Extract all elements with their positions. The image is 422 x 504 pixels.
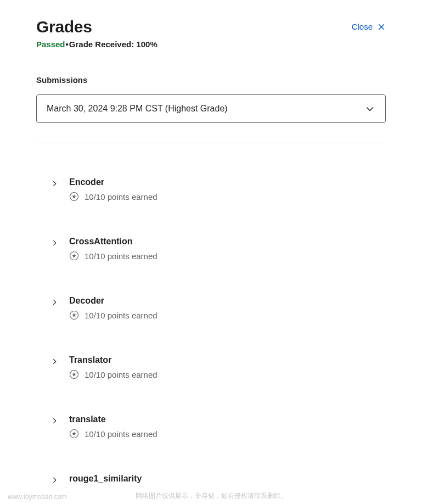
chevron-right-icon: [51, 477, 58, 484]
close-label: Close: [352, 22, 373, 31]
grade-items: Encoder 10/10 points earned CrossAttenti…: [36, 160, 386, 485]
item-title: rouge1_similarity: [69, 474, 142, 484]
grade-item-crossattention[interactable]: CrossAttention 10/10 points earned: [49, 219, 386, 278]
expand-toggle[interactable]: [49, 238, 59, 248]
watermark-left: www.toymoban.com: [8, 493, 66, 501]
submissions-label: Submissions: [36, 75, 386, 85]
expand-toggle[interactable]: [49, 356, 59, 366]
watermark-center: 网络图片仅供展示，非存储，如有侵权请联系删除。: [0, 491, 422, 501]
points-text: 10/10 points earned: [85, 370, 157, 379]
points-row: 10/10 points earned: [69, 369, 157, 379]
points-row: 10/10 points earned: [69, 251, 157, 261]
passed-label: Passed: [36, 40, 65, 49]
item-title: Encoder: [69, 177, 157, 187]
expand-toggle[interactable]: [49, 416, 59, 425]
close-icon: [377, 23, 386, 31]
star-badge-icon: [69, 192, 79, 201]
item-title: translate: [69, 415, 157, 424]
points-text: 10/10 points earned: [85, 311, 157, 320]
expand-toggle[interactable]: [49, 178, 59, 188]
item-title: Decoder: [69, 296, 157, 306]
star-badge-icon: [69, 251, 79, 261]
chevron-right-icon: [51, 239, 58, 247]
star-badge-icon: [69, 429, 79, 439]
points-row: 10/10 points earned: [69, 192, 157, 201]
chevron-right-icon: [51, 417, 58, 424]
grade-item-encoder[interactable]: Encoder 10/10 points earned: [49, 160, 386, 219]
chevron-down-icon: [364, 103, 375, 114]
grade-item-translator[interactable]: Translator 10/10 points earned: [49, 338, 386, 397]
chevron-right-icon: [51, 358, 58, 365]
close-button[interactable]: Close: [352, 22, 386, 31]
grade-item-decoder[interactable]: Decoder 10/10 points earned: [49, 278, 386, 338]
status-line: Passed•Grade Received: 100%: [36, 40, 386, 49]
star-badge-icon: [69, 369, 79, 379]
item-title: Translator: [69, 355, 157, 365]
grade-received: Grade Received: 100%: [69, 40, 157, 49]
expand-toggle[interactable]: [49, 297, 59, 307]
points-row: 10/10 points earned: [69, 310, 157, 320]
divider: [36, 143, 386, 143]
expand-toggle[interactable]: [49, 475, 59, 485]
grade-item-translate[interactable]: translate 10/10 points earned: [49, 397, 386, 456]
points-text: 10/10 points earned: [85, 429, 157, 439]
submission-selected-value: March 30, 2024 9:28 PM CST (Highest Grad…: [47, 104, 228, 114]
grade-item-rouge1[interactable]: rouge1_similarity: [49, 456, 386, 485]
submission-select[interactable]: March 30, 2024 9:28 PM CST (Highest Grad…: [36, 94, 386, 123]
points-row: 10/10 points earned: [69, 429, 157, 439]
chevron-right-icon: [51, 180, 58, 187]
page-title: Grades: [36, 18, 92, 36]
star-badge-icon: [69, 310, 79, 320]
chevron-right-icon: [51, 299, 58, 306]
points-text: 10/10 points earned: [85, 251, 157, 261]
points-text: 10/10 points earned: [85, 192, 157, 201]
item-title: CrossAttention: [69, 237, 157, 247]
status-separator: •: [66, 40, 69, 49]
